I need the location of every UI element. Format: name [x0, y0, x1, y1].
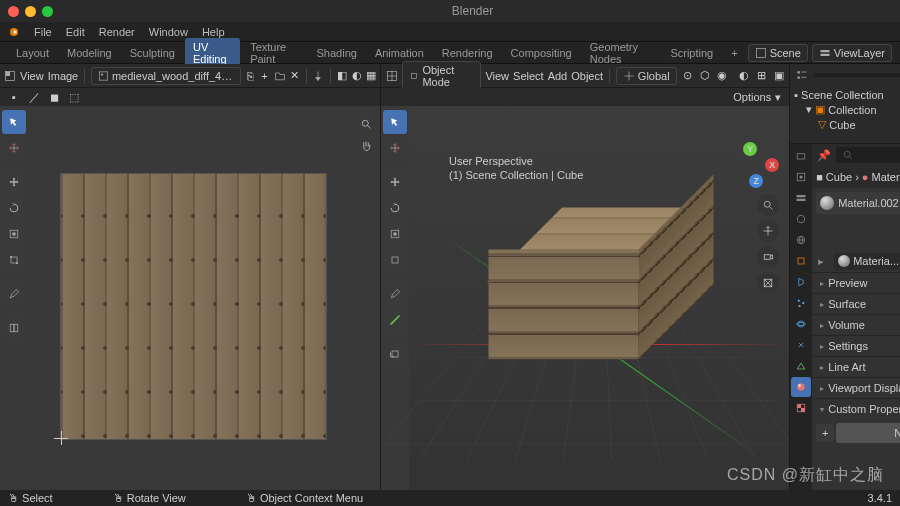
viewport-canvas[interactable]: User Perspective (1) Scene Collection | … — [409, 106, 789, 490]
uv-selectmode-island[interactable]: ⬚ — [66, 89, 82, 105]
pan-icon[interactable] — [358, 138, 374, 154]
gizmo-y[interactable]: Y — [743, 142, 757, 156]
vp-menu-select[interactable]: Select — [513, 70, 544, 82]
cursor-2d[interactable] — [54, 431, 68, 445]
orientation-selector[interactable]: Global — [616, 67, 677, 85]
mode-selector[interactable]: Object Mode — [402, 61, 481, 91]
add-custom-prop[interactable]: + — [816, 424, 834, 442]
ptab-output[interactable] — [791, 167, 811, 187]
gizmo-toggle[interactable]: ◐ — [737, 68, 750, 84]
ptab-modifiers[interactable] — [791, 272, 811, 292]
snap-icon[interactable]: ⬡ — [698, 68, 711, 84]
viewport-editor-type[interactable] — [385, 68, 398, 84]
vp-tool-scale[interactable] — [383, 222, 407, 246]
vp-tool-transform[interactable] — [383, 248, 407, 272]
menu-edit[interactable]: Edit — [66, 26, 85, 38]
tab-animation[interactable]: Animation — [367, 44, 432, 62]
material-slot[interactable]: Material.002 — [816, 192, 900, 214]
ptab-object[interactable] — [791, 251, 811, 271]
tab-layout[interactable]: Layout — [8, 44, 57, 62]
uv-menu-image[interactable]: Image — [48, 70, 79, 82]
outliner-cube[interactable]: ▽Cube👁 — [794, 117, 900, 132]
uv-selectmode-face[interactable]: ◼ — [46, 89, 62, 105]
viewlayer-selector[interactable]: ViewLayer — [812, 44, 892, 62]
tool-transform[interactable] — [2, 248, 26, 272]
pivot-icon[interactable]: ⊙ — [681, 68, 694, 84]
options-dropdown[interactable]: Options — [733, 91, 771, 103]
uv-canvas[interactable] — [28, 106, 380, 490]
ptab-render[interactable] — [791, 146, 811, 166]
vp-zoom-icon[interactable] — [757, 194, 779, 216]
tool-scale[interactable] — [2, 222, 26, 246]
scene-selector[interactable]: Scene — [748, 44, 808, 62]
ptab-texture[interactable] — [791, 398, 811, 418]
tab-compositing[interactable]: Compositing — [503, 44, 580, 62]
gizmo-x[interactable]: X — [765, 158, 779, 172]
tool-rotate[interactable] — [2, 196, 26, 220]
ptab-particles[interactable] — [791, 293, 811, 313]
orientation-gizmo[interactable]: Y X Z — [733, 142, 779, 188]
uv-menu-view[interactable]: View — [20, 70, 44, 82]
vp-tool-select[interactable] — [383, 110, 407, 134]
ptab-viewlayer[interactable] — [791, 188, 811, 208]
vp-tool-measure[interactable] — [383, 308, 407, 332]
uv-selectmode-edge[interactable]: ／ — [26, 89, 42, 105]
vp-tool-rotate[interactable] — [383, 196, 407, 220]
vp-pan-icon[interactable] — [757, 220, 779, 242]
menu-window[interactable]: Window — [149, 26, 188, 38]
open-image[interactable] — [274, 68, 286, 84]
uv-shading-icon[interactable]: ◐ — [351, 68, 361, 84]
panel-preview[interactable]: ▸Preview — [812, 272, 900, 293]
cube-object[interactable] — [517, 208, 682, 373]
xray-toggle[interactable]: ▣ — [772, 68, 785, 84]
close-window[interactable] — [8, 6, 19, 17]
overlay-toggle[interactable]: ⊞ — [754, 68, 767, 84]
tool-cursor[interactable] — [2, 136, 26, 160]
uv-selectmode-vert[interactable]: ▪ — [6, 89, 22, 105]
maximize-window[interactable] — [42, 6, 53, 17]
material-selector[interactable]: Materia... ⎘3🛡✕ — [834, 253, 900, 270]
tool-move[interactable] — [2, 170, 26, 194]
ptab-material[interactable] — [791, 377, 811, 397]
tab-scripting[interactable]: Scripting — [662, 44, 721, 62]
tab-modeling[interactable]: Modeling — [59, 44, 120, 62]
tool-annotate[interactable] — [2, 282, 26, 306]
tab-texture-paint[interactable]: Texture Paint — [242, 38, 306, 68]
vp-menu-object[interactable]: Object — [571, 70, 603, 82]
uv-display-icon[interactable]: ◧ — [337, 68, 347, 84]
zoom-icon[interactable] — [358, 116, 374, 132]
gizmo-z[interactable]: Z — [749, 174, 763, 188]
tab-rendering[interactable]: Rendering — [434, 44, 501, 62]
vp-tool-add-cube[interactable] — [383, 342, 407, 366]
props-search[interactable] — [836, 147, 900, 163]
ptab-constraints[interactable] — [791, 335, 811, 355]
panel-viewport-display[interactable]: ▸Viewport Display — [812, 377, 900, 398]
vp-camera-icon[interactable] — [757, 246, 779, 268]
tab-geometry-nodes[interactable]: Geometry Nodes — [582, 38, 661, 68]
vp-tool-move[interactable] — [383, 170, 407, 194]
new-image[interactable]: + — [259, 68, 269, 84]
ptab-data[interactable] — [791, 356, 811, 376]
vp-tool-cursor[interactable] — [383, 136, 407, 160]
tab-shading[interactable]: Shading — [309, 44, 365, 62]
outliner-collection[interactable]: ▾▣Collection☑👁 — [794, 102, 900, 117]
minimize-window[interactable] — [25, 6, 36, 17]
new-custom-property[interactable]: New — [836, 423, 900, 443]
vp-menu-add[interactable]: Add — [548, 70, 568, 82]
browse-image[interactable]: ⎘ — [245, 68, 255, 84]
editor-type-dropdown[interactable] — [4, 68, 16, 84]
ptab-scene[interactable] — [791, 209, 811, 229]
outliner-search[interactable] — [814, 73, 900, 77]
panel-lineart[interactable]: ▸Line Art — [812, 356, 900, 377]
add-workspace[interactable]: + — [723, 44, 745, 62]
crumb-material[interactable]: Material.... — [871, 171, 900, 183]
panel-surface[interactable]: ▸Surface — [812, 293, 900, 314]
menu-render[interactable]: Render — [99, 26, 135, 38]
crumb-object[interactable]: Cube — [826, 171, 852, 183]
image-file-selector[interactable]: medieval_wood_diff_4k.jpg — [91, 67, 241, 85]
ptab-physics[interactable] — [791, 314, 811, 334]
uv-overlay-icon[interactable]: ▦ — [366, 68, 376, 84]
ptab-world[interactable] — [791, 230, 811, 250]
tab-sculpting[interactable]: Sculpting — [122, 44, 183, 62]
proportional-icon[interactable]: ◉ — [716, 68, 729, 84]
